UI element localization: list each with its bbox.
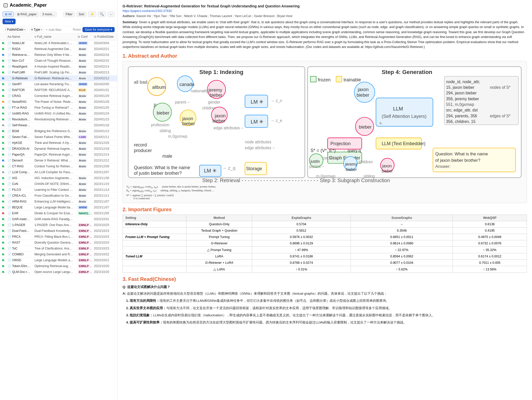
paper-conf: Arxiv: [76, 76, 92, 81]
table-row[interactable]: 📄DRAGON-AI Dynamic Retrieval Augmented A…: [0, 146, 117, 152]
paper-name: 📄DRAGON-AI: [5, 146, 32, 152]
sort-btn[interactable]: Sort: [76, 11, 87, 17]
filter-btn[interactable]: Filter: [63, 11, 75, 17]
svg-text:LLM (Text Embedder): LLM (Text Embedder): [382, 141, 426, 146]
svg-rect-47: [310, 76, 316, 82]
result-explg: 0.8696 ± 0.0129: [252, 240, 351, 247]
publish-date-filter[interactable]: ↑ PublishDate ▾: [3, 27, 28, 32]
result-webqsp: 0.7011 ± 0.005: [453, 260, 527, 266]
file-icon: 📄: [7, 118, 11, 121]
svg-text:→ z_n: → z_n: [271, 98, 282, 103]
table-row[interactable]: 📄G-Retriever G-Retriever: Retrieval-Augm…: [0, 76, 117, 81]
table-row[interactable]: 📄CoN CHAIN-OF-NOTE: ENHANCIN Arxiv 2023/…: [0, 181, 117, 187]
new-btn[interactable]: New ▾: [3, 19, 16, 24]
table-row[interactable]: 📄CRAG Corrective Retrieval Augment Arxiv…: [0, 93, 117, 99]
table-row[interactable]: 📄RADA Retrieval-Augmented Data Au Arxiv …: [0, 46, 117, 52]
ellipsis-btn[interactable]: ···: [107, 11, 115, 17]
table-row[interactable]: 📄Token-Elimination Optimizing Retrieval-…: [0, 263, 117, 269]
table-row[interactable]: 📄HyKGE Think and Retrieval: A Hypoth Arx…: [0, 140, 117, 146]
lightning-btn[interactable]: ⚡: [88, 11, 96, 17]
results-table-row: Inference-Only Question-Only 0.5704 – 0.…: [123, 221, 527, 228]
table-row[interactable]: 📄QLM-Doc-ranking Open-source Large Langu…: [0, 269, 117, 275]
table-row[interactable]: 📄DenseX Dense X Retrieval: What Retri Ar…: [0, 158, 117, 164]
table-row[interactable]: 📄NoteLLM NoteLLM: A Retrievable Large WW…: [0, 40, 117, 46]
col-full-name[interactable]: ≡ Full_name: [32, 33, 76, 40]
result-explg: 0.5812: [252, 228, 351, 234]
search-btn[interactable]: 🔍: [98, 11, 106, 17]
table-row[interactable]: 📄ARM-RAG Enhancing LLM Intelligence w Ar…: [0, 199, 117, 205]
col-conf[interactable]: ⊙ Conf: [76, 33, 92, 40]
table-row[interactable]: 📄NoiseRAG The Power of Noise: Redefinin …: [0, 99, 117, 105]
paper-conf: Arxiv: [76, 46, 92, 52]
table-row[interactable]: 📄RAST Diversify Question Generation EMNL…: [0, 240, 117, 246]
paper-full-name: Chain-of-Thought Reasoning: [32, 58, 76, 64]
result-webqsp: 0.6174 ± 0.0012: [453, 253, 527, 260]
svg-text:frozen: frozen: [318, 77, 331, 82]
table-row[interactable]: 📄COMBO Merging Generated and Retriev EMN…: [0, 252, 117, 257]
save-for-everyone-btn[interactable]: Save for everyone ▾: [82, 27, 115, 32]
table-row[interactable]: 📄RevolutionizingRAG Revolutionizing Retr…: [0, 117, 117, 122]
svg-text:356, jeremy bieber: 356, jeremy bieber: [446, 97, 479, 101]
paper-date: 2023/12/18: [92, 146, 117, 152]
results-table-row: Textual Graph + Question 0.5812 0.3548 0…: [123, 228, 527, 234]
file-icon: 📄: [7, 147, 11, 151]
table-row[interactable]: 📄IAG IAG: Induction-Augmented Ge Arxiv 2…: [0, 175, 117, 181]
formulas: Vk = argtopk∈V cos(zq, zm) justin bieber…: [125, 184, 524, 200]
table-row[interactable]: 📄Self-Rewarding Language Models 2024/01/…: [0, 122, 117, 128]
file-icon: 📄: [7, 129, 11, 133]
table-row[interactable]: 📄Retrieve-when-Need Retrieve Only When I…: [0, 52, 117, 58]
paper-title[interactable]: G-Retriever: Retrieval-Augmented Generat…: [123, 4, 300, 8]
paper-date: 2023/11/05: [92, 210, 117, 216]
table-row[interactable]: 📄PaperQA PaperQA: Retrieval-Augmente Arx…: [0, 152, 117, 158]
status-dot: [2, 42, 4, 44]
paper-url[interactable]: https://papers.cool/arxiv/2402.07630: [123, 9, 527, 13]
table-row[interactable]: 📄PreFLMR PreFLMR: Scaling Up Fine-Gr: Ar…: [0, 70, 117, 76]
more-views-btn[interactable]: 3 more...: [40, 11, 57, 17]
col-date[interactable]: ⊙ PublishDate: [92, 33, 117, 40]
table-row[interactable]: 📄1-PAGER 1-PAGER: One Pass Answer Ge EMN…: [0, 222, 117, 228]
table-row[interactable]: 📄ReadAgent A Human-Inspired Reading Ag A…: [0, 64, 117, 70]
rag-paper-view-btn[interactable]: ⊞ RAG_paper: [15, 11, 39, 17]
results-table-row: G-Retriever + LoRA 0.8768 ± 0.0274 0.907…: [123, 260, 527, 266]
table-row[interactable]: 📄UniMS-RAG UniMS-RAG: A Unified Multi-s …: [0, 111, 117, 117]
paper-date: 2023/10/23: [92, 228, 117, 234]
paper-full-name: Enhancing LLM Intelligence w: [32, 199, 76, 205]
table-row[interactable]: 📄GenRT List-aware Reranking-Truncat WWW …: [0, 81, 117, 87]
summary-section: Summary: Given a graph with textual attr…: [123, 20, 527, 49]
reset-btn[interactable]: Reset: [73, 28, 81, 31]
table-row[interactable]: 📄ToC Tree of Clarifications: Answeri EMN…: [0, 246, 117, 252]
table-row[interactable]: 📄BGM Bridging the Preference Gap b Arxiv…: [0, 128, 117, 134]
conf-badge: NAACL: [78, 211, 90, 215]
table-row[interactable]: 📄CT-RAG Context Tuning for Retrieval A A…: [0, 164, 117, 169]
table-row[interactable]: 📄GAR-meets-RAG GAR-meets-RAG Paradigm fo…: [0, 216, 117, 222]
all-view-btn[interactable]: ⊞ All: [3, 11, 14, 17]
select-all-checkbox[interactable]: ✓: [4, 3, 8, 7]
svg-text:edge attributes→: edge attributes→: [245, 146, 275, 150]
table-row[interactable]: 📄Dual-Feedback-ToD Dual-Feedback Knowled…: [0, 228, 117, 234]
paper-conf: Arxiv: [76, 152, 92, 158]
conf-badge: Arxiv: [78, 71, 87, 74]
table-row[interactable]: 📄VWSD Large Language Models and # EMNLP …: [0, 257, 117, 263]
table-row[interactable]: 📄Non-CoT Chain-of-Thought Reasoning Arxi…: [0, 58, 117, 64]
result-sceneg: 0.3548: [351, 228, 453, 234]
file-icon: 📄: [7, 135, 11, 139]
table-row[interactable]: 📄CREA-ICL From Classification to Genera …: [0, 193, 117, 199]
svg-text:producer: producer: [134, 148, 152, 153]
table-row[interactable]: 📄FILCO Learning to Filter Context for I …: [0, 187, 117, 193]
table-row[interactable]: 📄LLM Compiler An LLM Compiler for Parall…: [0, 169, 117, 175]
add-filter-btn[interactable]: + Add filter: [46, 28, 62, 32]
type-filter[interactable]: ≡ Type ▾: [29, 27, 44, 32]
table-row[interactable]: 📄BEQUE Large Language Model based WWW 20…: [0, 205, 117, 210]
svg-point-62: [354, 82, 375, 103]
table-row[interactable]: 📄EAR Divide & Conquer for Enailme NAACL …: [0, 210, 117, 216]
svg-text:Step 2: Retrieval - - - - - - : Step 2: Retrieval - - - - - - - - - - - …: [202, 178, 390, 183]
table-row[interactable]: 📄RAPTOR RAPTOR: RECURSIVE ABSTR ICLR 202…: [0, 87, 117, 93]
table-row[interactable]: 📄FT-or-RAG Fine-Tuning or Retrieval? Cor…: [0, 105, 117, 111]
col-name[interactable]: Aa Name: [5, 33, 32, 40]
conf-badge: Arxiv: [78, 47, 87, 51]
paper-full-name: Optimizing Retrieval-augment: [32, 263, 76, 269]
table-row[interactable]: 📄Seven Failure Seven Failure Points When…: [0, 134, 117, 140]
challenges-list: 1. 现有方法的局限性：现有的工作主要关注于将LLMs和GNNs集成到各种任务中…: [123, 298, 527, 325]
table-row[interactable]: 📄PRCA PRCA: Fitting Black-Box Large EMNL…: [0, 234, 117, 240]
col-setting: Setting: [123, 215, 186, 221]
